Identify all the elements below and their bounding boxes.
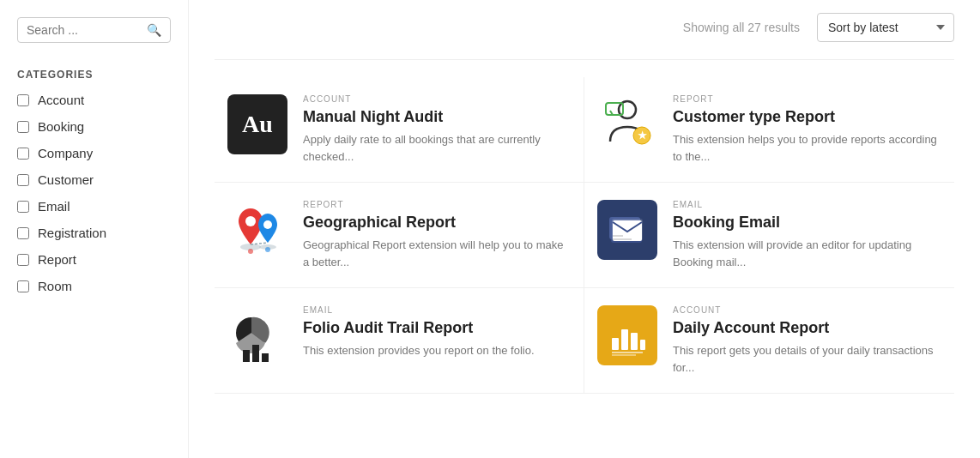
category-item-registration[interactable]: Registration [17,226,171,240]
product-desc-customer-type-report: This extension helps you to provide repo… [673,131,941,165]
category-item-booking[interactable]: Booking [17,119,171,134]
product-icon-manual-night-audit: Au [227,94,287,154]
folio-icon [227,305,287,365]
category-checkbox-booking[interactable] [17,121,29,133]
category-label-report: Report [38,252,76,267]
geo-icon [227,200,287,260]
product-title-daily-account-report: Daily Account Report [673,319,941,337]
svg-rect-25 [640,340,645,350]
category-item-report[interactable]: Report [17,252,171,267]
search-box: 🔍 [17,17,171,43]
svg-point-11 [265,247,270,252]
svg-rect-20 [252,345,259,362]
category-item-room[interactable]: Room [17,279,171,293]
category-label-room: Room [38,279,72,293]
product-icon-daily-account-report [597,305,657,365]
product-info-geographical-report: REPORT Geographical Report Geographical … [303,200,571,270]
product-info-folio-audit-trail-report: EMAIL Folio Audit Trail Report This exte… [303,305,571,359]
product-title-customer-type-report: Customer type Report [673,108,941,126]
product-icon-customer-type-report: ★ [597,94,657,154]
product-desc-manual-night-audit: Apply daily rate to all bookings that ar… [303,131,571,165]
product-title-manual-night-audit: Manual Night Audit [303,108,571,126]
daily-report-icon [597,305,657,365]
svg-point-8 [263,220,272,229]
product-category-folio-audit-trail-report: EMAIL [303,305,571,315]
svg-point-6 [245,216,256,226]
category-label-customer: Customer [38,172,94,187]
product-info-customer-type-report: REPORT Customer type Report This extensi… [673,94,941,165]
category-label-email: Email [38,199,70,214]
product-info-booking-email: EMAIL Booking Email This extension will … [673,200,941,270]
email-stack-icon [606,208,649,251]
product-info-daily-account-report: ACCOUNT Daily Account Report This report… [673,305,941,376]
category-label-account: Account [38,93,84,107]
product-title-geographical-report: Geographical Report [303,214,571,232]
svg-rect-27 [612,354,636,356]
category-checkbox-company[interactable] [17,148,29,160]
category-label-company: Company [38,146,93,160]
svg-point-10 [248,249,253,254]
top-bar: Showing all 27 results Sort by latest So… [215,0,954,60]
category-item-account[interactable]: Account [17,93,171,107]
product-desc-booking-email: This extension will provide an editor fo… [673,237,941,270]
svg-rect-26 [612,352,643,353]
category-checkbox-room[interactable] [17,280,29,292]
product-desc-geographical-report: Geographical Report extension will help … [303,237,571,270]
category-checkbox-registration[interactable] [17,227,29,239]
category-checkbox-account[interactable] [17,94,29,106]
product-card-daily-account-report[interactable]: ACCOUNT Daily Account Report This report… [584,288,954,394]
category-checkbox-email[interactable] [17,201,29,213]
svg-rect-19 [243,350,250,362]
svg-rect-21 [262,353,269,362]
search-input[interactable] [27,23,147,37]
product-icon-folio-audit-trail-report [227,305,287,365]
category-item-email[interactable]: Email [17,199,171,214]
product-title-booking-email: Booking Email [673,214,941,232]
product-category-booking-email: EMAIL [673,200,941,209]
sort-select[interactable]: Sort by latest Sort by oldest Sort by na… [817,13,954,42]
booking-email-icon [597,200,657,260]
product-info-manual-night-audit: ACCOUNT Manual Night Audit Apply daily r… [303,94,571,165]
categories-label: CATEGORIES [17,69,171,81]
bar-chart-icon [606,314,649,357]
category-item-customer[interactable]: Customer [17,172,171,187]
product-card-customer-type-report[interactable]: ★ REPORT Customer type Report This exten… [584,77,954,183]
category-label-registration: Registration [38,226,106,240]
product-card-manual-night-audit[interactable]: Au ACCOUNT Manual Night Audit Apply dail… [215,77,584,183]
results-count: Showing all 27 results [683,21,800,34]
svg-rect-24 [631,333,638,350]
product-card-geographical-report[interactable]: REPORT Geographical Report Geographical … [215,183,584,288]
products-grid: Au ACCOUNT Manual Night Audit Apply dail… [215,77,954,394]
svg-text:★: ★ [638,130,647,142]
product-title-folio-audit-trail-report: Folio Audit Trail Report [303,319,571,337]
product-card-booking-email[interactable]: EMAIL Booking Email This extension will … [584,183,954,288]
product-category-manual-night-audit: ACCOUNT [303,94,571,104]
svg-rect-23 [621,329,628,350]
product-desc-folio-audit-trail-report: This extension provides you report on th… [303,342,571,359]
category-checkbox-report[interactable] [17,254,29,266]
sidebar: 🔍 CATEGORIES Account Booking Company Cus… [0,0,189,458]
product-icon-geographical-report [227,200,287,260]
search-icon[interactable]: 🔍 [147,23,161,37]
customer-report-icon: ★ [597,94,657,154]
category-checkbox-customer[interactable] [17,174,29,186]
category-label-booking: Booking [38,119,84,134]
svg-rect-22 [612,338,619,350]
main-content: Showing all 27 results Sort by latest So… [189,0,980,458]
au-icon: Au [227,94,287,154]
product-category-daily-account-report: ACCOUNT [673,305,941,315]
category-item-company[interactable]: Company [17,146,171,160]
product-desc-daily-account-report: This report gets you details of your dai… [673,342,941,376]
product-category-customer-type-report: REPORT [673,94,941,104]
product-category-geographical-report: REPORT [303,200,571,209]
product-card-folio-audit-trail-report[interactable]: EMAIL Folio Audit Trail Report This exte… [215,288,584,394]
product-icon-booking-email [597,200,657,260]
